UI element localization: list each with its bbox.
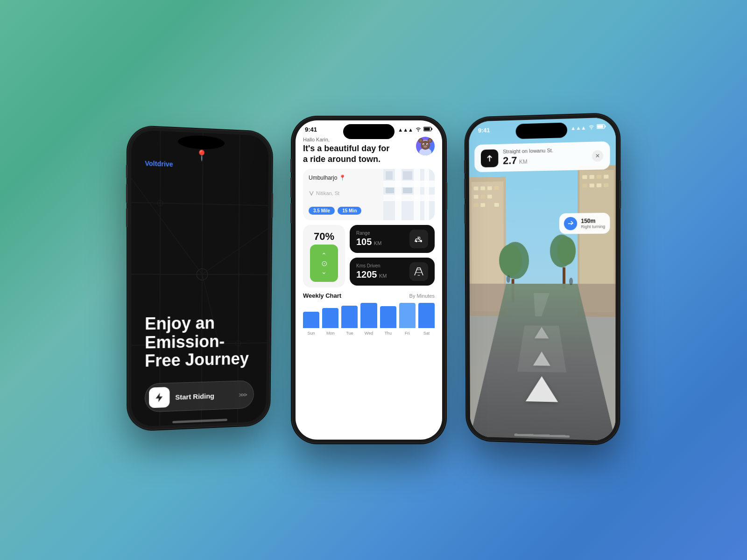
start-riding-button[interactable]: Start Riding >>> [145, 380, 254, 413]
right-signal-icon: ▲▲▲ [571, 125, 586, 131]
svg-rect-50 [494, 203, 499, 207]
chart-title: Weekly Chart [303, 292, 341, 299]
center-vol-down-button [290, 203, 292, 224]
dynamic-island-center [343, 124, 395, 139]
svg-rect-31 [395, 169, 402, 220]
start-riding-label: Start Riding [175, 391, 233, 401]
range-value: 105 [356, 237, 372, 247]
turn-info: 150m Right turning [581, 217, 605, 229]
range-info: Range 105 KM [356, 231, 381, 247]
svg-point-62 [499, 244, 522, 277]
turn-card: 150m Right turning [559, 213, 610, 234]
chart-bar-col-mon: Mon [322, 303, 338, 336]
route-card[interactable]: Umbulharjo 📍 Nitikan, St 3.5 Mile 15 Min [303, 169, 435, 220]
left-content: 📍 Voltdrive Enjoy an Emission-Free Journ… [131, 130, 268, 427]
route-from: Umbulharjo 📍 [309, 175, 378, 181]
center-screen: 9:41 ▲▲▲ Hallo K [296, 120, 442, 440]
center-power-button [445, 182, 447, 210]
kms-card: Kms Driven 1205 KM [350, 258, 435, 286]
svg-rect-60 [604, 183, 608, 187]
home-indicator-center [341, 435, 397, 438]
chart-bar-fri [399, 303, 416, 328]
chart-label-fri: Fri [405, 331, 410, 336]
right-vol-down-button [464, 204, 466, 224]
ar-navigation-arrows [525, 324, 558, 402]
tagline: Enjoy an Emission-Free Journey [145, 314, 254, 371]
chevron-right-icon: >>> [239, 391, 246, 398]
turn-direction: Right turning [581, 224, 605, 229]
right-battery-icon [597, 124, 606, 130]
route-info: Umbulharjo 📍 Nitikan, St 3.5 Mile 15 Min [303, 169, 383, 220]
chart-bar-thu [380, 306, 396, 328]
range-unit: KM [374, 240, 382, 246]
vol-up-button [126, 184, 128, 203]
nav-direction-icon [481, 149, 498, 167]
chart-bar-mon [322, 308, 338, 328]
right-screen: 9:41 ▲▲▲ [469, 117, 616, 441]
kms-info: Kms Driven 1205 KM [356, 263, 387, 280]
nav-close-button[interactable]: ✕ [592, 150, 604, 161]
svg-rect-54 [590, 175, 594, 179]
svg-rect-49 [480, 203, 485, 207]
svg-point-73 [507, 275, 510, 283]
svg-rect-37 [386, 188, 394, 193]
svg-rect-44 [494, 186, 499, 190]
location-pin-icon: 📍 [339, 175, 346, 181]
right-vol-up-button [464, 178, 466, 199]
greeting-text: Hallo Karin, It's a beautiful day for a … [303, 137, 396, 164]
center-body: Hallo Karin, It's a beautiful day for a … [296, 133, 442, 440]
scooter-icon [409, 230, 428, 248]
chart-section: Weekly Chart By Minutes SunMonTueWedThuF… [303, 292, 435, 432]
svg-rect-59 [597, 183, 601, 187]
turn-direction-icon [564, 217, 577, 231]
greeting-main: It's a beautiful day for a ride around t… [303, 143, 396, 164]
chart-bars: SunMonTueWedThuFriSat [303, 303, 435, 336]
power-button [271, 193, 273, 218]
svg-point-26 [427, 144, 428, 145]
svg-rect-43 [487, 186, 492, 190]
left-screen-bg: 📍 Voltdrive Enjoy an Emission-Free Journ… [131, 130, 268, 427]
ar-arrow-small-2 [533, 351, 550, 366]
kms-value: 1205 [356, 269, 377, 280]
chart-bar-col-wed: Wed [360, 303, 377, 336]
distance-tag: 3.5 Mile [309, 207, 335, 215]
svg-rect-46 [480, 195, 485, 198]
center-screen-bg: 9:41 ▲▲▲ Hallo K [296, 120, 442, 440]
status-time: 9:41 [305, 126, 317, 133]
battery-arrows-icon: ⌃ ⊙ ⌄ [321, 252, 327, 275]
chart-subtitle: By Minutes [409, 293, 435, 299]
svg-rect-48 [474, 203, 479, 207]
battery-visual: ⌃ ⊙ ⌄ [310, 245, 338, 282]
chart-label-sat: Sat [423, 331, 430, 336]
phone-right: 9:41 ▲▲▲ [465, 113, 620, 445]
nav-distance-row: 2.7 KM [503, 153, 587, 167]
right-silent-button [464, 160, 466, 174]
svg-rect-36 [403, 188, 412, 193]
svg-point-20 [419, 139, 422, 142]
wifi-icon [415, 126, 422, 133]
phones-container: 📍 Voltdrive Enjoy an Emission-Free Journ… [128, 117, 619, 443]
greeting-row: Hallo Karin, It's a beautiful day for a … [303, 137, 435, 164]
svg-rect-41 [474, 187, 479, 190]
user-avatar[interactable] [416, 137, 435, 155]
svg-rect-42 [480, 186, 485, 190]
nav-top-card: Straight on Iowanu St. 2.7 KM ✕ [474, 141, 610, 172]
svg-point-25 [423, 144, 424, 145]
chart-bar-sat [418, 303, 435, 328]
kms-value-row: 1205 KM [356, 269, 387, 280]
svg-point-27 [423, 146, 427, 148]
chart-bar-col-sun: Sun [303, 303, 319, 336]
ar-arrow-large [526, 376, 558, 402]
chart-bar-sun [303, 312, 319, 328]
bolt-icon [149, 387, 169, 408]
chart-bar-col-tue: Tue [341, 303, 358, 336]
svg-rect-57 [582, 184, 587, 188]
svg-rect-35 [403, 171, 412, 180]
phone-center: 9:41 ▲▲▲ Hallo K [292, 117, 446, 443]
chart-header: Weekly Chart By Minutes [303, 292, 435, 299]
kms-label: Kms Driven [356, 263, 387, 268]
battery-icon [423, 126, 433, 133]
chart-label-sun: Sun [308, 331, 315, 336]
svg-point-22 [421, 140, 430, 150]
svg-rect-56 [604, 175, 608, 178]
